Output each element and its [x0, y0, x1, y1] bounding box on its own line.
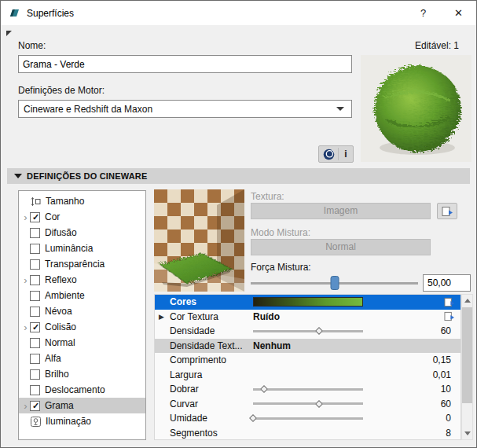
dobrar-slider[interactable]: [253, 388, 363, 391]
expand-chevron-icon[interactable]: ›: [21, 276, 30, 285]
param-value: 60: [441, 325, 451, 336]
param-row-cor-textura[interactable]: ▶ Cor Textura Ruído: [155, 310, 460, 325]
expand-arrow-icon[interactable]: ▶: [159, 313, 164, 321]
transparencia-checkbox[interactable]: [30, 259, 40, 270]
cinema4d-icon: [319, 149, 338, 160]
material-preview-image: [154, 189, 244, 292]
param-value: 60: [441, 398, 451, 409]
slider-handle[interactable]: [249, 414, 257, 422]
gradient-bar[interactable]: [253, 297, 363, 307]
channel-item-brilho[interactable]: Brilho: [19, 366, 145, 382]
channel-item-normal[interactable]: Normal: [19, 335, 145, 351]
channel-item-difusao[interactable]: Difusão: [19, 225, 145, 241]
channel-label: Alfa: [45, 353, 61, 364]
name-label: Nome:: [18, 40, 46, 51]
param-row-segmentos[interactable]: Segmentos 8: [155, 426, 460, 441]
blend-strength-slider[interactable]: [251, 274, 418, 292]
channel-label: Ambiente: [45, 290, 85, 301]
blend-strength-input[interactable]: [423, 274, 471, 292]
slider-handle[interactable]: [315, 327, 323, 335]
expand-chevron-icon[interactable]: ›: [21, 213, 30, 222]
densidade-slider[interactable]: [253, 330, 363, 332]
normal-checkbox[interactable]: [30, 338, 40, 348]
alfa-checkbox[interactable]: [30, 354, 40, 364]
texture-label: Textura:: [251, 191, 284, 202]
channel-item-transparencia[interactable]: Transparência: [19, 256, 145, 272]
gradient-menu-icon[interactable]: [443, 296, 456, 307]
param-row-comprimento[interactable]: Comprimento 0,15: [155, 353, 460, 368]
nevoa-checkbox[interactable]: [30, 307, 40, 317]
param-row-largura[interactable]: Largura 0,01: [155, 368, 460, 383]
brilho-checkbox[interactable]: [30, 369, 40, 380]
param-row-cores[interactable]: Cores: [155, 295, 460, 310]
texture-browse-button[interactable]: [437, 203, 457, 219]
grama-checkbox[interactable]: [30, 401, 40, 411]
param-value: Ruído: [253, 311, 280, 322]
param-label: Umidade: [170, 413, 207, 424]
param-label: Curvar: [170, 398, 198, 409]
arrow-down-icon: [464, 431, 471, 435]
channel-item-reflexo[interactable]: › Reflexo: [19, 272, 145, 288]
param-row-densidade[interactable]: Densidade 60: [155, 324, 460, 339]
channel-item-iluminacao[interactable]: Iluminação: [19, 413, 145, 429]
expand-chevron-icon[interactable]: ›: [21, 323, 30, 332]
channel-label: Difusão: [45, 227, 77, 238]
channel-label: Grama: [45, 400, 74, 411]
channel-item-deslocamento[interactable]: Deslocamento: [19, 382, 145, 398]
close-button[interactable]: ✕: [441, 1, 476, 25]
channel-item-tamanho[interactable]: Tamanho: [19, 193, 145, 209]
curvar-slider[interactable]: [253, 402, 363, 405]
param-value: 0,15: [433, 354, 451, 365]
blend-mode-label: Modo Mistura:: [251, 227, 310, 238]
param-label: Largura: [170, 369, 202, 380]
channel-item-nevoa[interactable]: Névoa: [19, 303, 145, 319]
cineware-section-header[interactable]: DEFINIÇÕES DO CINEWARE: [7, 168, 470, 184]
texture-menu-icon[interactable]: [443, 311, 456, 322]
channel-item-grama[interactable]: › Grama: [19, 398, 145, 413]
surfaces-dialog: Superfícies ? ✕ Nome: Editável: 1 Defini…: [0, 0, 477, 448]
app-icon: [8, 7, 20, 20]
grass-parameters-table: Cores ▶ Cor Textura Ruído Densidade 60 D…: [154, 294, 461, 440]
ambiente-checkbox[interactable]: [30, 291, 40, 301]
param-label: Cores: [170, 296, 196, 307]
param-value: 10: [441, 384, 451, 395]
engine-select[interactable]: Cineware e Redshift da Maxon: [18, 100, 352, 118]
help-button[interactable]: ?: [405, 1, 441, 25]
panel-grip-icon: [6, 31, 12, 36]
channel-item-cor[interactable]: › Cor: [19, 209, 145, 225]
channel-item-luminancia[interactable]: Luminância: [19, 241, 145, 256]
param-row-curvar[interactable]: Curvar 60: [155, 397, 460, 412]
deslocamento-checkbox[interactable]: [30, 385, 40, 395]
slider-thumb[interactable]: [330, 276, 339, 290]
colisao-checkbox[interactable]: [30, 322, 40, 332]
param-label: Comprimento: [170, 354, 226, 365]
slider-handle[interactable]: [315, 400, 323, 408]
reflexo-checkbox[interactable]: [30, 275, 40, 285]
cor-checkbox[interactable]: [30, 212, 40, 222]
param-label: Segmentos: [170, 428, 218, 439]
params-scrollbar[interactable]: [461, 294, 473, 440]
channel-item-colisao[interactable]: › Colisão: [19, 319, 145, 335]
umidade-slider[interactable]: [253, 417, 363, 420]
channel-label: Colisão: [45, 321, 76, 332]
difusao-checkbox[interactable]: [30, 228, 40, 238]
param-row-densidade-textura[interactable]: Densidade Text... Nenhum: [155, 339, 460, 354]
param-label: Cor Textura: [170, 311, 218, 322]
name-input[interactable]: [18, 55, 352, 73]
section-title: DEFINIÇÕES DO CINEWARE: [27, 171, 148, 181]
expand-chevron-icon[interactable]: ›: [21, 402, 30, 410]
scroll-down-button[interactable]: [462, 428, 472, 439]
param-row-umidade[interactable]: Umidade 0: [155, 411, 460, 426]
chevron-down-icon: [336, 107, 344, 111]
blend-mode-button[interactable]: Normal: [251, 239, 431, 255]
param-row-dobrar[interactable]: Dobrar 10: [155, 382, 460, 397]
scrollbar-thumb[interactable]: [462, 307, 472, 403]
slider-handle[interactable]: [260, 385, 268, 393]
texture-menu-icon: [442, 206, 453, 217]
luminancia-checkbox[interactable]: [30, 244, 40, 254]
cineware-info-button[interactable]: i: [318, 145, 354, 163]
channel-item-ambiente[interactable]: Ambiente: [19, 288, 145, 303]
texture-image-button[interactable]: Imagem: [251, 203, 431, 219]
scroll-up-button[interactable]: [462, 295, 472, 307]
channel-item-alfa[interactable]: Alfa: [19, 351, 145, 366]
